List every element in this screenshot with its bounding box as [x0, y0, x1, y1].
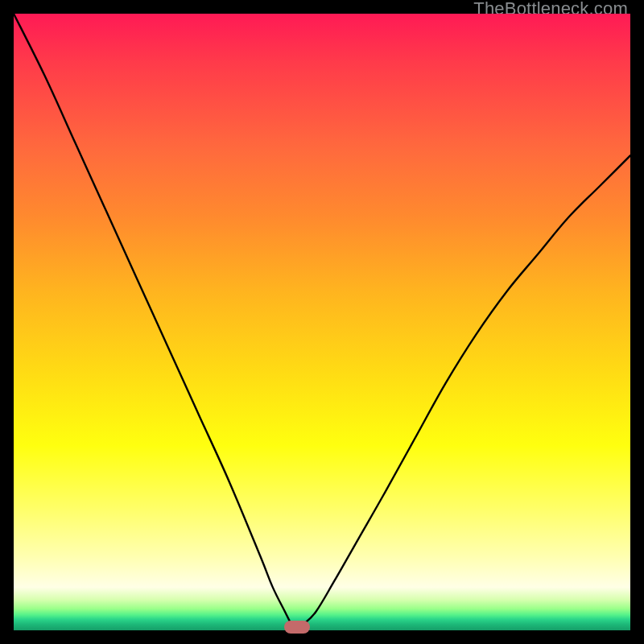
- minimum-marker: [284, 621, 310, 634]
- chart-stage: TheBottleneck.com: [0, 0, 644, 644]
- bottleneck-curve: [14, 14, 630, 630]
- curve-right-branch: [303, 155, 630, 624]
- chart-plot-area: [14, 14, 630, 630]
- curve-left-branch: [14, 14, 291, 624]
